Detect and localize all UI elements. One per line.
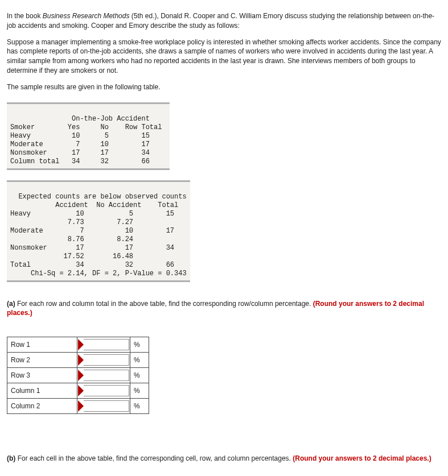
row-label: Column 2: [7, 398, 77, 413]
answer-input[interactable]: [84, 385, 129, 396]
answer-input[interactable]: [84, 370, 129, 381]
rounding-instruction: (Round your answers to 2 decimal places.…: [293, 454, 431, 462]
expected-table-block: Expected counts are below observed count…: [7, 180, 190, 282]
percent-label: %: [130, 352, 149, 367]
row-label: Column 1: [7, 383, 77, 398]
percent-label: %: [130, 337, 149, 352]
intro-paragraph-1: In the book Business Research Methods (5…: [7, 11, 441, 31]
question-tag: (b): [7, 454, 15, 462]
answer-column-2[interactable]: [78, 400, 129, 412]
question-tag: (a): [7, 300, 15, 308]
marker-icon: [78, 385, 84, 396]
marker-icon: [78, 370, 84, 381]
book-title: Business Research Methods: [43, 12, 130, 20]
observed-table-block: On-the-Job Accident Smoker Yes No Row To…: [7, 102, 170, 170]
answer-column-1[interactable]: [78, 385, 129, 396]
question-text: For each row and column total in the abo…: [15, 300, 313, 308]
table-row: Heavy 10 5 15: [10, 210, 174, 218]
intro-paragraph-2: Suppose a manager implementing a smoke-f…: [7, 38, 441, 76]
table-row: Total 34 32 66: [10, 261, 174, 269]
table-row: Heavy 10 5 15: [10, 132, 150, 140]
table-row: Column total 34 32 66: [10, 158, 150, 165]
row-label: Row 2: [7, 352, 77, 367]
answer-row-3[interactable]: [78, 370, 129, 381]
table-row: Nonsmoker 17 17 34: [10, 244, 174, 252]
table-row: Expected counts are below observed count…: [10, 193, 187, 201]
question-text: For each cell in the above table, find t…: [15, 454, 293, 462]
table-row: 8.76 8.24: [10, 235, 133, 243]
intro-text: In the book: [7, 12, 43, 20]
table-row: Smoker Yes No Row Total: [10, 123, 162, 131]
answer-input[interactable]: [84, 339, 129, 350]
table-row: Moderate 7 10 17: [10, 227, 174, 235]
row-label: Row 3: [7, 367, 77, 383]
marker-icon: [78, 400, 84, 412]
question-a: (a) For each row and column total in the…: [7, 299, 441, 318]
answer-row-2[interactable]: [78, 354, 129, 366]
intro-paragraph-3: The sample results are given in the foll…: [7, 82, 441, 92]
answer-row-1[interactable]: [78, 339, 129, 350]
table-row: 7.73 7.27: [10, 218, 133, 226]
answer-input[interactable]: [84, 400, 129, 412]
marker-icon: [78, 354, 84, 366]
table-row: Moderate 7 10 17: [10, 140, 150, 148]
table-row: 17.52 16.48: [10, 253, 133, 260]
percent-label: %: [130, 398, 149, 413]
percent-label: %: [130, 383, 149, 398]
chi-sq-line: Chi-Sq = 2.14, DF = 2, P-Value = 0.343: [10, 270, 187, 278]
marker-icon: [78, 339, 84, 350]
answer-input[interactable]: [84, 354, 129, 366]
row-label: Row 1: [7, 337, 77, 352]
table-row: On-the-Job Accident: [10, 115, 166, 123]
answer-table-a: Row 1%Row 2%Row 3%Column 1%Column 2%: [7, 337, 149, 414]
question-b: (b) For each cell in the above table, fi…: [7, 454, 441, 463]
table-row: Nonsmoker 17 17 34: [10, 149, 150, 157]
percent-label: %: [130, 367, 149, 383]
table-row: Accident No Accident Total: [10, 201, 178, 209]
